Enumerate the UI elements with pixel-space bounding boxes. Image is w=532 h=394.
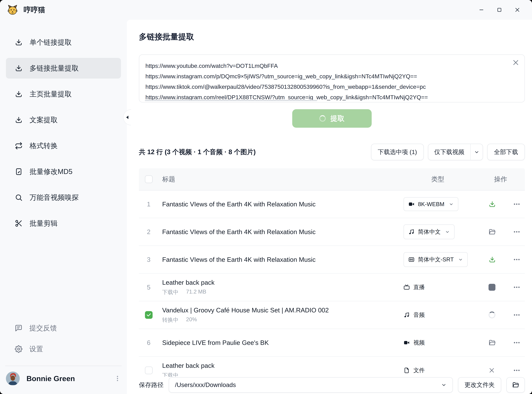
cat-logo-icon (7, 4, 18, 16)
row-title-cell: Leather back pack下载中71.2 MB (162, 279, 389, 296)
music-icon (404, 312, 410, 318)
sidebar-footer-label: 提交反馈 (29, 323, 57, 333)
video-icon (408, 201, 415, 207)
row-actions-cell (484, 311, 525, 318)
row-menu-button[interactable] (513, 342, 521, 344)
user-profile[interactable]: Bonnie Green (0, 366, 127, 394)
download-icon (15, 116, 23, 124)
download-button[interactable] (489, 200, 496, 208)
maximize-button[interactable] (496, 7, 502, 13)
header-actions: 操作 (484, 175, 525, 184)
type-label: 8K-WEBM (418, 201, 444, 207)
type-label: 视频 (413, 339, 425, 347)
table-row: 1Fantastic VIews of the Earth 4K with Re… (139, 191, 525, 218)
table-row: 2Fantastic VIews of the Earth 4K with Re… (139, 218, 525, 246)
sidebar-item-6[interactable]: 批量修改MD5 (6, 161, 121, 182)
chevron-down-icon (441, 382, 447, 388)
open-folder-button[interactable] (489, 228, 496, 235)
collapse-arrow-icon (125, 115, 129, 119)
download-all-button[interactable]: 全部下载 (487, 144, 525, 160)
type-dropdown[interactable]: 简体中文 (404, 224, 454, 239)
table-row: 6Sidepiece LIVE from Paulie Gee's BK视频 (139, 329, 525, 357)
clear-input-button[interactable] (512, 58, 520, 67)
url-input[interactable]: https://www.youtube.com/watch?v=DOT1LmQb… (139, 54, 525, 103)
table-header: 标题 类型 操作 (139, 168, 525, 191)
chevron-down-icon (474, 149, 480, 155)
type-badge: 文件 (404, 367, 425, 374)
cancel-button[interactable] (489, 367, 495, 373)
row-menu-button[interactable] (513, 369, 521, 372)
row-number: 1 (147, 200, 151, 208)
close-icon (489, 367, 495, 373)
repeat-icon (15, 142, 23, 150)
row-status: 转换中20% (162, 316, 389, 324)
row-number: 2 (147, 228, 151, 236)
row-title: Fantastic VIews of the Earth 4K with Rel… (162, 228, 389, 236)
type-dropdown[interactable]: 简体中文-SRT (404, 252, 468, 267)
sidebar-item-5[interactable]: 格式转换 (6, 135, 121, 156)
loading-spinner-icon (319, 115, 326, 122)
row-menu-button[interactable] (513, 314, 521, 316)
menu-dots-icon (513, 231, 521, 233)
row-menu-button[interactable] (513, 231, 521, 233)
sidebar-footer-item[interactable]: 提交反馈 (6, 319, 121, 337)
video-only-button[interactable]: 仅下载视频 (428, 144, 470, 160)
row-menu-button[interactable] (513, 286, 521, 288)
row-type-cell: 文件 (389, 367, 484, 374)
type-label: 简体中文 (418, 228, 441, 236)
change-folder-button[interactable]: 更改文件夹 (458, 377, 501, 393)
table-row: Vandelux | Groovy Café House Music Set |… (139, 301, 525, 329)
download-icon (489, 256, 496, 263)
extract-button[interactable]: 提取 (292, 109, 372, 128)
row-title-cell: Leather back pack下载中 (162, 362, 389, 377)
horizontal-scrollbar[interactable] (145, 100, 317, 101)
save-path-select[interactable]: /Users/xxx/Downloads (169, 377, 453, 393)
open-save-folder-button[interactable] (506, 377, 525, 393)
sidebar-item-8[interactable]: 批量剪辑 (6, 213, 121, 234)
save-path-value: /Users/xxx/Downloads (175, 381, 441, 389)
profile-menu-button[interactable] (114, 375, 121, 382)
gear-icon (15, 345, 22, 353)
sidebar-item-label: 文案提取 (30, 115, 58, 125)
folder-open-icon (489, 339, 496, 346)
row-actions-cell (484, 339, 525, 346)
sidebar-item-label: 格式转换 (30, 141, 58, 150)
save-path-label: 保存路径 (139, 381, 164, 389)
sidebar-item-3[interactable]: 主页批量提取 (6, 84, 121, 104)
sidebar-footer-item[interactable]: 设置 (6, 340, 121, 358)
select-all-checkbox[interactable] (145, 176, 153, 183)
row-type-cell: 视频 (389, 339, 484, 347)
row-select-cell (144, 367, 153, 374)
row-select-cell: 6 (144, 339, 153, 346)
row-type-cell: 直播 (389, 283, 484, 291)
sidebar-item-1[interactable]: 单个链接提取 (6, 32, 121, 53)
type-dropdown[interactable]: 8K-WEBM (404, 197, 458, 211)
row-checkbox[interactable] (145, 367, 153, 374)
row-menu-button[interactable] (513, 259, 521, 261)
row-title: Leather back pack (162, 362, 389, 369)
row-type-cell: 8K-WEBM (389, 197, 484, 211)
minimize-button[interactable] (479, 7, 484, 13)
tv-icon (404, 284, 410, 290)
sidebar-item-7[interactable]: 万能音视频嗅探 (6, 187, 121, 208)
menu-dots-icon (513, 203, 521, 205)
download-button[interactable] (489, 256, 496, 263)
close-button[interactable] (515, 7, 520, 13)
row-menu-button[interactable] (513, 203, 521, 205)
download-selected-button[interactable]: 下载选中项 (1) (371, 144, 424, 160)
row-actions-cell (484, 200, 525, 208)
video-only-dropdown-button[interactable] (470, 144, 483, 160)
stop-button[interactable] (489, 284, 495, 291)
menu-dots-icon (513, 369, 521, 372)
open-folder-button[interactable] (489, 339, 496, 346)
minimize-icon (479, 7, 484, 13)
row-select-cell: 2 (144, 228, 153, 236)
file-icon (404, 367, 410, 373)
row-actions-cell (484, 228, 525, 235)
folder-open-icon (489, 228, 496, 235)
results-summary: 共 12 行 (3 个视频 · 1 个音频 · 8 个图片) (139, 148, 371, 156)
sidebar-item-2[interactable]: 多链接批量提取 (6, 58, 121, 78)
sidebar-item-4[interactable]: 文案提取 (6, 109, 121, 130)
row-select-cell: 5 (144, 284, 153, 291)
row-checkbox-checked[interactable] (145, 311, 153, 319)
